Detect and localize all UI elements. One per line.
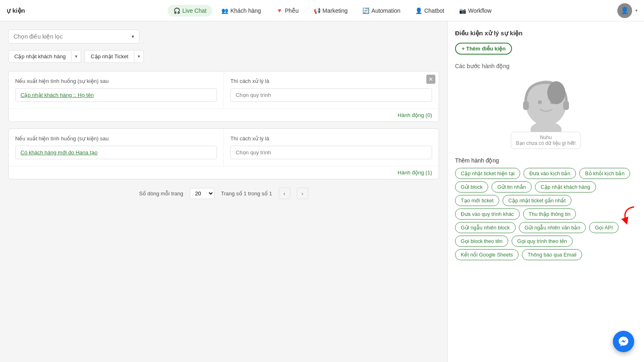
nav-automation[interactable]: 🔄 Automation xyxy=(357,5,406,16)
action-tags-row3: Tạo mới ticket Cập nhật ticket gần nhất xyxy=(455,195,637,206)
nav-chatbot-label: Chatbot xyxy=(424,7,444,14)
action-tags-row6: Gọi block theo tên Gọi quy trình theo tê… xyxy=(455,236,637,247)
right-panel: Điều kiện xử lý sự kiện + Thêm điều kiện… xyxy=(447,21,644,362)
topnav-right: 👤 ▾ xyxy=(617,3,637,18)
event-card-2-then-input[interactable] xyxy=(230,146,432,159)
nav-workflow[interactable]: 📷 Workflow xyxy=(453,5,497,16)
tag-cap-nhat-ticket-gn[interactable]: Cập nhật ticket gần nhất xyxy=(503,195,571,206)
nav-khach-hang[interactable]: 👥 Khách hàng xyxy=(216,5,267,16)
avatar[interactable]: 👤 xyxy=(617,3,632,18)
event-card-1-if-link[interactable]: Cập nhật khách hàng :: Họ tên xyxy=(20,92,94,98)
event-card-2: Nếu xuất hiện tình huống (sự kiện) sau C… xyxy=(8,128,439,179)
tag-tao-moi-ticket[interactable]: Tạo mới ticket xyxy=(455,195,499,206)
nav-marketing[interactable]: 📢 Marketing xyxy=(308,5,353,16)
event-card-1-left: Nếu xuất hiện tình huống (sự kiện) sau C… xyxy=(9,71,224,108)
event-card-2-then-label: Thì cách xử lý là xyxy=(230,135,432,142)
btn-cap-nhat-ticket-caret[interactable]: ▾ xyxy=(134,51,143,62)
event-card-2-left: Nếu xuất hiện tình huống (sự kiện) sau C… xyxy=(9,129,224,166)
main-layout: Chọn điều kiện lọc ▾ Cập nhật khách hàng… xyxy=(0,21,644,362)
arrow-indicator: Gọi API xyxy=(589,222,618,233)
pagination-next-btn[interactable]: › xyxy=(297,188,308,199)
user-chevron-icon[interactable]: ▾ xyxy=(635,8,637,13)
event-card-2-right: Thì cách xử lý là xyxy=(224,129,439,166)
messenger-icon xyxy=(618,336,629,347)
btn-cap-nhat-khach-hang-main[interactable]: Cập nhật khách hàng xyxy=(9,50,71,62)
action-tags-row1: Cập nhật ticket hiện tại Đưa vào kịch bả… xyxy=(455,168,637,179)
event-card-2-row: Nếu xuất hiện tình huống (sự kiện) sau C… xyxy=(9,129,439,166)
page-info: Trang số 1 trong số 1 xyxy=(221,190,272,197)
btn-cap-nhat-khach-hang-caret[interactable]: ▾ xyxy=(71,51,81,62)
tag-ket-noi-google-sheets[interactable]: Kết nối Google Sheets xyxy=(455,249,519,260)
action-tags-row2: Gửi block Gửi tin nhắn Cập nhật khách hà… xyxy=(455,181,637,192)
svg-point-5 xyxy=(547,81,565,104)
pagination-prev-btn[interactable]: ‹ xyxy=(279,188,290,199)
add-condition-btn[interactable]: + Thêm điều kiện xyxy=(455,43,512,55)
tag-gui-tin-nhan[interactable]: Gửi tin nhắn xyxy=(492,181,532,192)
chatbot-icon: 👤 xyxy=(415,7,422,14)
event-card-2-if-value: Có khách hàng mới do Hana tạo xyxy=(15,146,217,159)
action-section-title: Thêm hành động xyxy=(455,157,637,164)
nav-chatbot[interactable]: 👤 Chatbot xyxy=(410,5,450,16)
tag-goi-quy-trinh-theo-ten[interactable]: Gọi quy trình theo tên xyxy=(512,236,573,247)
svg-rect-2 xyxy=(563,101,569,110)
tag-goi-block-theo-ten[interactable]: Gọi block theo tên xyxy=(455,236,508,247)
live-chat-icon: 🎧 xyxy=(173,7,180,14)
tag-gui-ngau-nhien-block[interactable]: Gửi ngẫu nhiên block xyxy=(455,222,516,233)
page-title: ự kiện xyxy=(7,7,48,14)
btn-cap-nhat-khach-hang[interactable]: Cập nhật khách hàng ▾ xyxy=(8,50,81,63)
marketing-icon: 📢 xyxy=(314,7,321,14)
event-card-1-then-label: Thì cách xử lý là xyxy=(230,78,432,84)
tag-dua-vao-quy-trinh-khac[interactable]: Đưa vào quy trình khác xyxy=(455,208,520,220)
tag-bo-khoi-kich-ban[interactable]: Bỏ khỏi kịch bản xyxy=(579,168,630,179)
empty-character-svg xyxy=(513,74,579,140)
nav-khach-hang-label: Khách hàng xyxy=(230,7,261,14)
tag-goi-api[interactable]: Gọi API xyxy=(589,222,618,233)
action-tags-row4: Đưa vào quy trình khác Thu thập thông ti… xyxy=(455,208,637,220)
action-row: Cập nhật khách hàng ▾ Cập nhật Ticket ▾ xyxy=(8,50,439,63)
pheu-icon: 🔻 xyxy=(276,7,283,14)
rows-per-page-select[interactable]: 20 50 100 xyxy=(190,188,214,199)
nav-pheu[interactable]: 🔻 Phễu xyxy=(270,5,305,16)
steps-title: Các bước hành động xyxy=(455,63,637,69)
tag-cap-nhat-khach-hang[interactable]: Cập nhật khách hàng xyxy=(535,181,596,192)
filter-caret-icon: ▾ xyxy=(132,34,134,39)
nav-live-chat-label: Live Chat xyxy=(182,7,207,14)
btn-cap-nhat-ticket[interactable]: Cập nhật Ticket ▾ xyxy=(84,50,144,63)
left-panel: Chọn điều kiện lọc ▾ Cập nhật khách hàng… xyxy=(0,21,447,362)
event-card-1-footer[interactable]: Hành động (0) xyxy=(9,109,439,121)
action-tags-row5: Gửi ngẫu nhiên block Gửi ngẫu nhiên văn … xyxy=(455,222,637,233)
filter-placeholder: Chọn điều kiện lọc xyxy=(14,33,63,40)
event-card-1-then-input[interactable] xyxy=(230,88,432,102)
filter-select[interactable]: Chọn điều kiện lọc ▾ xyxy=(8,30,139,44)
tag-dua-vao-kich-ban[interactable]: Đưa vào kịch bản xyxy=(523,168,576,179)
event-card-2-if-label: Nếu xuất hiện tình huống (sự kiện) sau xyxy=(15,135,217,142)
messenger-fab[interactable] xyxy=(613,331,634,352)
event-card-2-footer[interactable]: Hành động (1) xyxy=(9,166,439,179)
topnav-items: 🎧 Live Chat 👥 Khách hàng 🔻 Phễu 📢 Market… xyxy=(168,5,497,16)
nav-live-chat[interactable]: 🎧 Live Chat xyxy=(168,5,212,16)
empty-illustration: Nuhu Bạn chưa có dữ liệu gì hết! xyxy=(455,74,637,149)
event-card-1-close[interactable]: ✕ xyxy=(426,75,435,84)
khach-hang-icon: 👥 xyxy=(221,7,228,14)
event-card-1-if-value: Cập nhật khách hàng :: Họ tên xyxy=(15,88,217,102)
condition-title: Điều kiện xử lý sự kiện xyxy=(455,30,637,37)
action-tags-row7: Kết nối Google Sheets Thông báo qua Emai… xyxy=(455,249,637,260)
pagination-row: Số dòng mỗi trang 20 50 100 Trang số 1 t… xyxy=(8,188,439,199)
tag-thu-thap-thong-tin[interactable]: Thu thập thông tin xyxy=(523,208,576,220)
tag-cap-nhat-ticket-ht[interactable]: Cập nhật ticket hiện tại xyxy=(455,168,520,179)
empty-speech-bubble: Nuhu Bạn chưa có dữ liệu gì hết! xyxy=(511,132,581,149)
filter-row: Chọn điều kiện lọc ▾ xyxy=(8,30,439,44)
nav-automation-label: Automation xyxy=(371,7,401,14)
nav-pheu-label: Phễu xyxy=(285,7,299,14)
rows-per-page-label: Số dòng mỗi trang xyxy=(139,190,183,197)
tag-thong-bao-qua-email[interactable]: Thông báo qua Email xyxy=(522,249,582,260)
svg-point-3 xyxy=(538,100,542,104)
nav-marketing-label: Marketing xyxy=(323,7,348,14)
tag-gui-ngau-nhien-van-ban[interactable]: Gửi ngẫu nhiên văn bản xyxy=(519,222,586,233)
btn-cap-nhat-ticket-main[interactable]: Cập nhật Ticket xyxy=(85,50,134,62)
automation-icon: 🔄 xyxy=(362,7,369,14)
event-card-1-right: Thì cách xử lý là xyxy=(224,71,439,108)
event-card-1-row: Nếu xuất hiện tình huống (sự kiện) sau C… xyxy=(9,71,439,109)
event-card-2-if-link[interactable]: Có khách hàng mới do Hana tạo xyxy=(20,149,98,156)
tag-gui-block[interactable]: Gửi block xyxy=(455,181,488,192)
